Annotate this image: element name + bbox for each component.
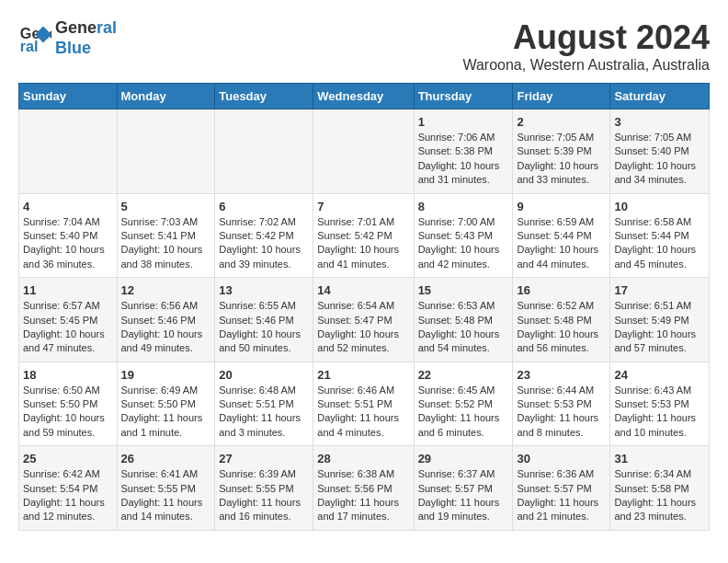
day-number: 13 [219,283,309,297]
day-info: Sunrise: 6:41 AMSunset: 5:55 PMDaylight:… [121,467,211,524]
calendar-cell: 20Sunrise: 6:48 AMSunset: 5:51 PMDayligh… [215,362,313,446]
day-number: 7 [317,200,409,213]
day-info: Sunrise: 6:45 AMSunset: 5:52 PMDaylight:… [418,384,509,441]
day-header-wednesday: Wednesday [313,84,414,109]
day-number: 2 [517,115,606,129]
calendar-cell: 19Sunrise: 6:49 AMSunset: 5:50 PMDayligh… [117,362,215,446]
calendar-table: SundayMondayTuesdayWednesdayThursdayFrid… [18,83,710,531]
day-number: 27 [219,452,309,465]
page-header: Gene ral General Blue August 2024 Waroon… [18,18,710,74]
day-number: 6 [219,200,309,213]
day-number: 16 [517,283,606,297]
month-title: August 2024 [462,18,710,57]
calendar-cell: 17Sunrise: 6:51 AMSunset: 5:49 PMDayligh… [610,278,710,362]
title-block: August 2024 Waroona, Western Australia, … [462,18,710,74]
calendar-header: SundayMondayTuesdayWednesdayThursdayFrid… [19,84,710,109]
day-header-friday: Friday [513,84,610,109]
day-number: 12 [121,283,211,297]
calendar-cell: 13Sunrise: 6:55 AMSunset: 5:46 PMDayligh… [215,278,313,362]
location: Waroona, Western Australia, Australia [462,57,710,74]
calendar-cell: 6Sunrise: 7:02 AMSunset: 5:42 PMDaylight… [215,193,313,278]
calendar-cell: 23Sunrise: 6:44 AMSunset: 5:53 PMDayligh… [513,362,610,446]
day-number: 5 [121,200,211,213]
calendar-cell: 7Sunrise: 7:01 AMSunset: 5:42 PMDaylight… [313,193,414,278]
day-info: Sunrise: 6:36 AMSunset: 5:57 PMDaylight:… [517,467,606,524]
day-info: Sunrise: 6:34 AMSunset: 5:58 PMDaylight:… [614,467,705,524]
day-info: Sunrise: 7:06 AMSunset: 5:38 PMDaylight:… [418,131,509,188]
day-number: 18 [23,368,113,382]
calendar-cell: 10Sunrise: 6:58 AMSunset: 5:44 PMDayligh… [610,193,710,278]
day-info: Sunrise: 6:49 AMSunset: 5:50 PMDaylight:… [121,384,211,441]
day-info: Sunrise: 6:55 AMSunset: 5:46 PMDaylight:… [219,299,309,356]
calendar-cell: 2Sunrise: 7:05 AMSunset: 5:39 PMDaylight… [513,109,610,194]
calendar-cell: 24Sunrise: 6:43 AMSunset: 5:53 PMDayligh… [610,362,710,446]
calendar-cell: 8Sunrise: 7:00 AMSunset: 5:43 PMDaylight… [414,193,513,278]
day-number: 23 [517,368,606,382]
day-header-thursday: Thursday [414,84,513,109]
day-number: 29 [418,452,509,465]
day-number: 31 [614,452,705,465]
days-header-row: SundayMondayTuesdayWednesdayThursdayFrid… [19,84,710,109]
day-number: 21 [317,368,409,382]
day-number: 26 [121,452,211,465]
calendar-week-3: 11Sunrise: 6:57 AMSunset: 5:45 PMDayligh… [19,278,710,362]
svg-text:ral: ral [20,38,39,54]
calendar-cell: 1Sunrise: 7:06 AMSunset: 5:38 PMDaylight… [414,109,513,194]
calendar-cell: 21Sunrise: 6:46 AMSunset: 5:51 PMDayligh… [313,362,414,446]
calendar-cell: 31Sunrise: 6:34 AMSunset: 5:58 PMDayligh… [610,446,710,531]
calendar-cell: 28Sunrise: 6:38 AMSunset: 5:56 PMDayligh… [313,446,414,531]
day-info: Sunrise: 6:54 AMSunset: 5:47 PMDaylight:… [317,299,409,356]
day-info: Sunrise: 6:58 AMSunset: 5:44 PMDaylight:… [614,215,705,272]
calendar-cell: 11Sunrise: 6:57 AMSunset: 5:45 PMDayligh… [19,278,118,362]
calendar-cell [19,109,118,194]
day-number: 9 [517,200,606,213]
day-info: Sunrise: 6:57 AMSunset: 5:45 PMDaylight:… [23,299,113,356]
day-info: Sunrise: 6:51 AMSunset: 5:49 PMDaylight:… [614,299,705,356]
day-header-saturday: Saturday [610,84,710,109]
day-number: 24 [614,368,705,382]
day-info: Sunrise: 6:53 AMSunset: 5:48 PMDaylight:… [418,299,509,356]
day-info: Sunrise: 6:56 AMSunset: 5:46 PMDaylight:… [121,299,211,356]
day-number: 19 [121,368,211,382]
calendar-cell: 5Sunrise: 7:03 AMSunset: 5:41 PMDaylight… [117,193,215,278]
calendar-cell: 3Sunrise: 7:05 AMSunset: 5:40 PMDaylight… [610,109,710,194]
day-info: Sunrise: 6:52 AMSunset: 5:48 PMDaylight:… [517,299,606,356]
calendar-cell: 9Sunrise: 6:59 AMSunset: 5:44 PMDaylight… [513,193,610,278]
calendar-cell: 12Sunrise: 6:56 AMSunset: 5:46 PMDayligh… [117,278,215,362]
calendar-cell [117,109,215,194]
day-info: Sunrise: 7:05 AMSunset: 5:39 PMDaylight:… [517,131,606,188]
calendar-cell [313,109,414,194]
day-number: 14 [317,283,409,297]
day-header-sunday: Sunday [19,84,118,109]
day-number: 17 [614,283,705,297]
day-info: Sunrise: 6:42 AMSunset: 5:54 PMDaylight:… [23,467,113,524]
day-info: Sunrise: 6:39 AMSunset: 5:55 PMDaylight:… [219,467,309,524]
day-info: Sunrise: 7:05 AMSunset: 5:40 PMDaylight:… [614,131,705,188]
day-number: 11 [23,283,113,297]
day-header-tuesday: Tuesday [215,84,313,109]
day-info: Sunrise: 6:38 AMSunset: 5:56 PMDaylight:… [317,467,409,524]
day-info: Sunrise: 7:04 AMSunset: 5:40 PMDaylight:… [23,215,113,272]
calendar-week-2: 4Sunrise: 7:04 AMSunset: 5:40 PMDaylight… [19,193,710,278]
logo: Gene ral General Blue [18,18,117,58]
day-info: Sunrise: 6:44 AMSunset: 5:53 PMDaylight:… [517,384,606,441]
day-info: Sunrise: 6:43 AMSunset: 5:53 PMDaylight:… [614,384,705,441]
day-info: Sunrise: 6:48 AMSunset: 5:51 PMDaylight:… [219,384,309,441]
logo-text: General Blue [55,18,117,58]
calendar-cell: 30Sunrise: 6:36 AMSunset: 5:57 PMDayligh… [513,446,610,531]
day-number: 4 [23,200,113,213]
day-info: Sunrise: 6:50 AMSunset: 5:50 PMDaylight:… [23,384,113,441]
calendar-cell: 27Sunrise: 6:39 AMSunset: 5:55 PMDayligh… [215,446,313,531]
calendar-week-4: 18Sunrise: 6:50 AMSunset: 5:50 PMDayligh… [19,362,710,446]
day-number: 8 [418,200,509,213]
day-info: Sunrise: 6:59 AMSunset: 5:44 PMDaylight:… [517,215,606,272]
calendar-cell: 4Sunrise: 7:04 AMSunset: 5:40 PMDaylight… [19,193,118,278]
calendar-cell: 16Sunrise: 6:52 AMSunset: 5:48 PMDayligh… [513,278,610,362]
day-info: Sunrise: 7:03 AMSunset: 5:41 PMDaylight:… [121,215,211,272]
calendar-week-1: 1Sunrise: 7:06 AMSunset: 5:38 PMDaylight… [19,109,710,194]
day-info: Sunrise: 6:46 AMSunset: 5:51 PMDaylight:… [317,384,409,441]
day-info: Sunrise: 7:00 AMSunset: 5:43 PMDaylight:… [418,215,509,272]
calendar-cell [215,109,313,194]
day-info: Sunrise: 7:02 AMSunset: 5:42 PMDaylight:… [219,215,309,272]
day-number: 10 [614,200,705,213]
